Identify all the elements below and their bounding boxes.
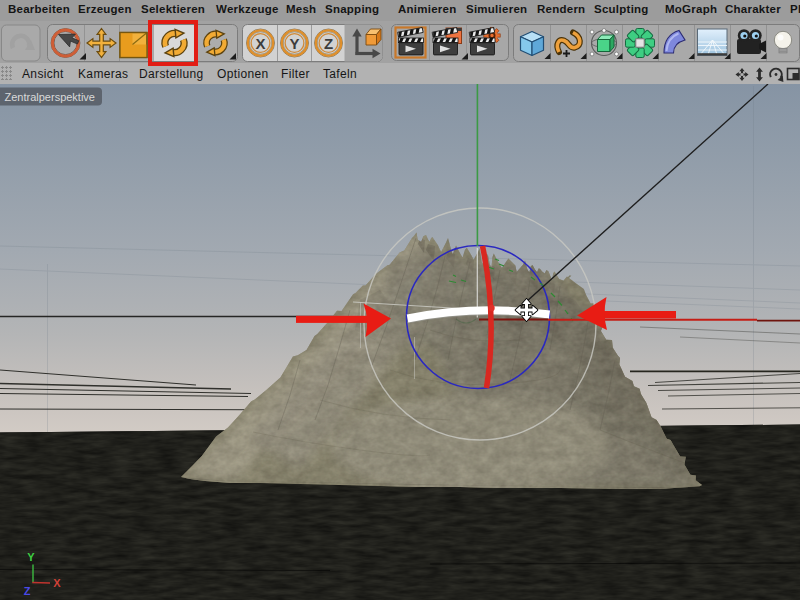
svg-text:Z: Z: [324, 35, 333, 52]
svg-text:X: X: [255, 35, 265, 52]
svg-text:Zentralperspektive: Zentralperspektive: [5, 91, 96, 103]
svg-text:Y: Y: [289, 35, 299, 52]
svg-text:Y: Y: [27, 551, 35, 563]
svg-text:Z: Z: [24, 585, 31, 597]
svg-text:X: X: [53, 577, 61, 589]
